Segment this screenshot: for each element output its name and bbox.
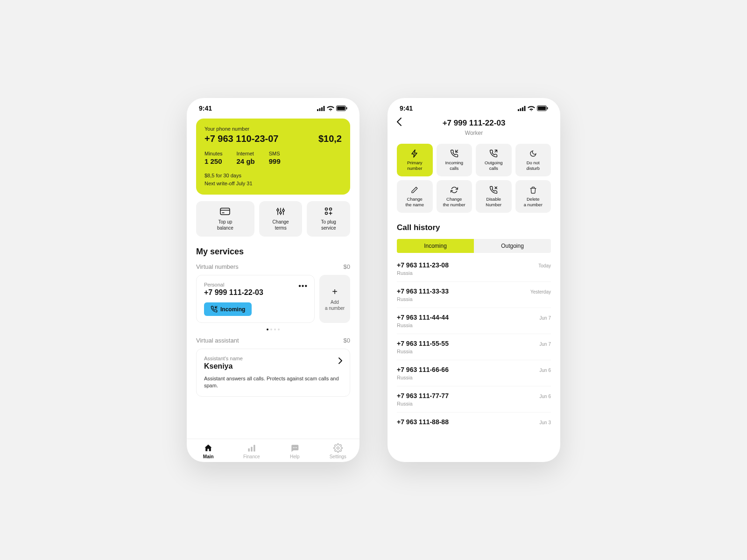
change-number-button[interactable]: Change the number bbox=[437, 180, 472, 213]
detail-subtitle: Worker bbox=[397, 130, 551, 136]
virtual-numbers-price: $0 bbox=[344, 263, 350, 270]
svg-rect-23 bbox=[251, 447, 252, 452]
topup-button[interactable]: Top up balance bbox=[196, 201, 254, 237]
tab-help[interactable]: Help bbox=[273, 443, 317, 459]
cellular-icon bbox=[518, 106, 526, 111]
svg-point-16 bbox=[325, 208, 327, 210]
next-writeoff: Next write-off July 31 bbox=[204, 180, 342, 188]
outgoing-call-icon bbox=[489, 149, 498, 158]
segment-outgoing[interactable]: Outgoing bbox=[474, 239, 551, 253]
assistant-desc: Assistant answers all calls. Protects ag… bbox=[204, 375, 342, 390]
svg-rect-35 bbox=[547, 107, 548, 110]
svg-rect-2 bbox=[321, 107, 323, 111]
virtual-number-card[interactable]: Personal +7 999 111-22-03 ••• Incoming bbox=[196, 275, 315, 323]
call-item[interactable]: +7 963 111-33-33Russia Yesterday bbox=[397, 282, 551, 308]
delete-number-button[interactable]: Delete a number bbox=[515, 180, 551, 213]
call-item[interactable]: +7 963 111-77-77Russia Jun 6 bbox=[397, 386, 551, 413]
svg-rect-5 bbox=[337, 106, 345, 110]
call-item[interactable]: +7 963 111-88-88 Jun 3 bbox=[397, 413, 551, 433]
stat-sms: SMS 999 bbox=[269, 151, 281, 165]
topup-label: Top up balance bbox=[217, 219, 233, 231]
tab-bar: Main Finance Help Settings bbox=[187, 439, 359, 462]
add-number-button[interactable]: + Add a number bbox=[319, 275, 350, 323]
chat-icon bbox=[290, 443, 299, 453]
battery-icon bbox=[537, 105, 548, 111]
svg-rect-24 bbox=[254, 445, 255, 451]
svg-rect-22 bbox=[248, 448, 249, 452]
incoming-tag-label: Incoming bbox=[220, 306, 245, 313]
tab-help-label: Help bbox=[290, 454, 300, 459]
home-icon bbox=[204, 443, 213, 453]
incoming-tag[interactable]: Incoming bbox=[204, 302, 252, 316]
virtual-assistant-price: $0 bbox=[344, 337, 350, 344]
virtual-numbers-label: Virtual numbers bbox=[196, 263, 239, 270]
battery-icon bbox=[336, 105, 347, 111]
svg-rect-30 bbox=[520, 108, 521, 111]
vcard-label: Personal bbox=[204, 282, 307, 287]
sliders-icon bbox=[276, 207, 285, 216]
svg-rect-6 bbox=[346, 107, 347, 110]
phone-off-icon bbox=[489, 185, 498, 195]
svg-rect-32 bbox=[524, 106, 526, 111]
gear-icon bbox=[333, 443, 343, 453]
assistant-card[interactable]: Assistant's name Kseniya Assistant answe… bbox=[196, 349, 350, 397]
call-list: +7 963 111-23-08Russia Today +7 963 111-… bbox=[397, 256, 551, 433]
status-time: 9:41 bbox=[400, 105, 413, 112]
back-button[interactable] bbox=[397, 118, 402, 126]
trash-icon bbox=[529, 185, 537, 195]
plan-price: $8,5 for 30 days bbox=[204, 172, 342, 180]
plus-icon: + bbox=[332, 287, 338, 297]
stat-minutes: Minutes 1 250 bbox=[204, 151, 223, 165]
tab-main-label: Main bbox=[203, 454, 214, 459]
disable-number-button[interactable]: Disable Number bbox=[476, 180, 512, 213]
call-item[interactable]: +7 963 111-66-66Russia Jun 6 bbox=[397, 360, 551, 386]
call-item[interactable]: +7 963 111-55-55Russia Jun 7 bbox=[397, 334, 551, 360]
dnd-button[interactable]: Do not disturb bbox=[515, 144, 551, 176]
change-name-button[interactable]: Change the name bbox=[397, 180, 433, 213]
svg-point-15 bbox=[282, 210, 284, 211]
primary-number-button[interactable]: Primary number bbox=[397, 144, 433, 176]
incoming-calls-button[interactable]: Incoming calls bbox=[437, 144, 472, 176]
plug-service-button[interactable]: To plug service bbox=[307, 201, 350, 237]
more-icon[interactable]: ••• bbox=[298, 282, 308, 290]
balance-amount: $10,2 bbox=[318, 133, 342, 144]
svg-point-18 bbox=[325, 212, 327, 215]
svg-rect-3 bbox=[324, 106, 325, 111]
my-services-title: My services bbox=[196, 247, 350, 257]
outgoing-calls-button[interactable]: Outgoing calls bbox=[476, 144, 512, 176]
add-number-label: Add a number bbox=[325, 299, 345, 311]
incoming-call-icon bbox=[450, 149, 458, 158]
wifi-icon bbox=[528, 106, 535, 111]
incoming-call-icon bbox=[211, 306, 218, 313]
segment-control: Incoming Outgoing bbox=[397, 239, 551, 253]
call-item[interactable]: +7 963 111-44-44Russia Jun 7 bbox=[397, 308, 551, 334]
detail-content: +7 999 111-22-03 Worker Primary number I… bbox=[388, 116, 560, 462]
svg-rect-7 bbox=[220, 208, 230, 215]
cellular-icon bbox=[317, 106, 325, 111]
main-screen: 9:41 Your phone number +7 963 110-23-07 … bbox=[187, 98, 359, 462]
assistant-label: Assistant's name bbox=[204, 356, 342, 361]
svg-rect-29 bbox=[518, 109, 519, 111]
tab-main[interactable]: Main bbox=[187, 443, 230, 459]
change-terms-button[interactable]: Change terms bbox=[259, 201, 303, 237]
stat-internet: Internet 24 gb bbox=[237, 151, 255, 165]
call-history-title: Call history bbox=[397, 223, 551, 232]
change-terms-label: Change terms bbox=[273, 219, 289, 231]
assistant-name: Kseniya bbox=[204, 362, 342, 371]
tab-settings[interactable]: Settings bbox=[317, 443, 360, 459]
balance-card[interactable]: Your phone number +7 963 110-23-07 $10,2… bbox=[196, 119, 350, 195]
svg-point-28 bbox=[337, 447, 339, 449]
grid-plus-icon bbox=[324, 207, 333, 216]
wifi-icon bbox=[327, 106, 334, 111]
status-icons bbox=[317, 105, 347, 111]
pagination-dots bbox=[196, 329, 350, 330]
tab-finance[interactable]: Finance bbox=[230, 443, 274, 459]
svg-rect-0 bbox=[317, 109, 318, 111]
svg-rect-34 bbox=[538, 106, 546, 110]
detail-screen: 9:41 +7 999 111-22-03 Worker Primary num… bbox=[388, 98, 560, 462]
call-item[interactable]: +7 963 111-23-08Russia Today bbox=[397, 256, 551, 282]
pencil-icon bbox=[411, 185, 418, 195]
svg-rect-1 bbox=[319, 108, 321, 111]
status-bar: 9:41 bbox=[187, 98, 359, 116]
segment-incoming[interactable]: Incoming bbox=[397, 239, 474, 253]
